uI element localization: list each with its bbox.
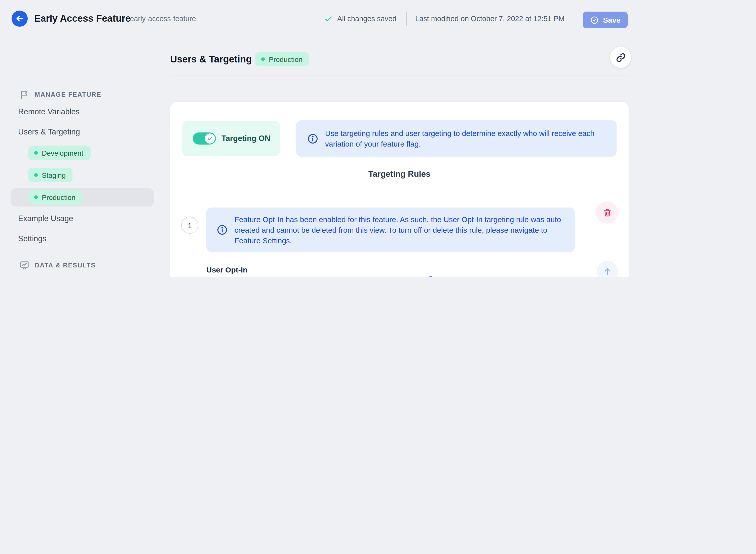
copy-link-button[interactable] xyxy=(610,47,631,68)
link-icon xyxy=(615,52,626,63)
sidebar-env-production[interactable]: Production xyxy=(28,190,82,205)
rule-1-title: User Opt-In xyxy=(206,265,247,274)
trash-icon xyxy=(602,208,612,217)
rule-1-notice: Feature Opt-In has been enabled for this… xyxy=(206,208,575,252)
rule-1-notice-text: Feature Opt-In has been enabled for this… xyxy=(235,214,565,245)
save-status: All changes saved xyxy=(324,0,396,37)
flag-icon xyxy=(19,89,30,101)
toggle-check-icon xyxy=(207,135,213,142)
env-label: Development xyxy=(42,149,83,157)
info-icon xyxy=(216,224,228,235)
check-circle-icon xyxy=(590,15,599,24)
sidebar-item-remote-variables[interactable]: Remote Variables xyxy=(18,107,79,116)
rule-1-delete-button[interactable] xyxy=(596,202,618,224)
main-page-title: Users & Targeting xyxy=(170,54,252,65)
header-divider xyxy=(406,12,407,26)
arrow-left-icon xyxy=(15,14,24,23)
sidebar-item-example-usage[interactable]: Example Usage xyxy=(18,214,73,223)
sidebar-section-data-results: DATA & RESULTS xyxy=(19,259,96,271)
env-label: Production xyxy=(42,193,75,201)
env-dot-icon xyxy=(261,57,265,61)
chart-board-icon xyxy=(19,259,30,271)
sidebar-item-users-targeting[interactable]: Users & Targeting xyxy=(18,127,80,136)
sidebar-env-staging[interactable]: Staging xyxy=(28,168,73,182)
app-window: Early Access Feature early-access-featur… xyxy=(0,0,756,277)
rule-1-move-up-button[interactable] xyxy=(597,261,618,277)
top-bar: Early Access Feature early-access-featur… xyxy=(0,0,756,37)
save-button[interactable]: Save xyxy=(583,12,628,28)
env-dot-icon xyxy=(34,151,38,155)
targeting-toggle-label: Targeting ON xyxy=(222,121,270,156)
arrow-up-icon xyxy=(603,266,613,276)
page-title: Early Access Feature xyxy=(34,13,131,24)
targeting-toggle-box: Targeting ON xyxy=(182,121,280,156)
sidebar-item-settings[interactable]: Settings xyxy=(18,234,46,243)
heading-line xyxy=(437,173,617,174)
targeting-toggle[interactable] xyxy=(193,132,216,145)
sidebar-section-label: MANAGE FEATURE xyxy=(35,91,102,98)
save-status-text: All changes saved xyxy=(337,15,396,23)
last-modified-text: Last modified on October 7, 2022 at 12:5… xyxy=(415,15,564,23)
toggle-knob xyxy=(205,133,215,144)
heading-line xyxy=(182,173,361,174)
targeting-info-banner: Use targeting rules and user targeting t… xyxy=(296,120,617,157)
environment-badge: Production xyxy=(255,52,309,66)
info-icon xyxy=(307,133,319,144)
targeting-rules-title: Targeting Rules xyxy=(368,169,431,178)
save-button-label: Save xyxy=(603,16,621,24)
environment-badge-label: Production xyxy=(269,55,303,63)
targeting-info-text: Use targeting rules and user targeting t… xyxy=(325,128,606,149)
env-dot-icon xyxy=(34,173,38,177)
env-dot-icon xyxy=(34,196,38,199)
feature-key: early-access-feature xyxy=(130,15,196,23)
rule-1-number: 1 xyxy=(181,217,198,234)
check-icon xyxy=(324,14,333,23)
main-header-divider xyxy=(170,75,629,76)
sidebar-section-manage-feature: MANAGE FEATURE xyxy=(19,89,102,101)
sidebar-env-development[interactable]: Development xyxy=(28,146,90,160)
sidebar: MANAGE FEATURE Remote Variables Users & … xyxy=(0,37,166,277)
env-label: Staging xyxy=(42,171,66,179)
targeting-card: Targeting ON Use targeting rules and use… xyxy=(170,102,629,277)
targeting-rules-heading: Targeting Rules xyxy=(182,168,617,180)
sidebar-section-label: DATA & RESULTS xyxy=(35,262,96,269)
back-button[interactable] xyxy=(12,11,28,27)
